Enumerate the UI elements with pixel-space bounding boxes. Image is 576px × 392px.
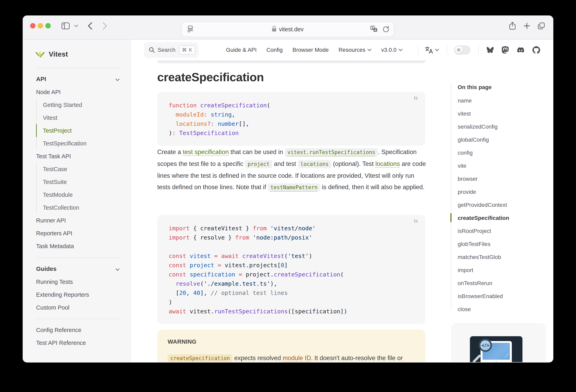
code-block-signature[interactable]: ts function createSpecification( moduleI… bbox=[157, 92, 425, 146]
back-icon[interactable] bbox=[85, 21, 95, 31]
sidebar-item-test-task-api[interactable]: Test Task API bbox=[23, 150, 131, 163]
toc-link-browser[interactable]: browser bbox=[458, 172, 542, 185]
code-line: locations?: number[], bbox=[169, 119, 416, 128]
nav-link-browser-mode[interactable]: Browser Mode bbox=[292, 47, 329, 53]
warning-callout: WARNING createSpecification expects reso… bbox=[157, 330, 425, 362]
search-input[interactable]: Search ⌘ K bbox=[144, 42, 199, 58]
toc-link-config[interactable]: config bbox=[458, 146, 542, 159]
url-bar[interactable]: vitest.dev bbox=[181, 22, 394, 37]
share-icon[interactable] bbox=[507, 21, 518, 31]
code-lang-label: ts bbox=[414, 95, 418, 101]
github-icon[interactable] bbox=[532, 46, 540, 54]
sidebar-item-custom-pool[interactable]: Custom Pool bbox=[23, 301, 131, 314]
sponsor-card[interactable]: </> bbox=[451, 323, 546, 362]
nav-link-v3-0-0[interactable]: v3.0.0 bbox=[381, 47, 403, 53]
tab-overview-icon[interactable] bbox=[536, 21, 547, 31]
window-minimize-button[interactable] bbox=[38, 23, 43, 29]
code-line: const vitest = await createVitest('test'… bbox=[169, 251, 416, 261]
divider bbox=[478, 45, 479, 55]
nav-link-config[interactable]: Config bbox=[266, 47, 283, 53]
sidebar-item-config-reference[interactable]: Config Reference bbox=[23, 324, 131, 336]
toc-link-createspecification[interactable]: createSpecification bbox=[458, 211, 542, 224]
toc-link-close[interactable]: close bbox=[458, 303, 542, 316]
discord-icon[interactable] bbox=[517, 47, 525, 53]
toc-link-getprovidedcontext[interactable]: getProvidedContext bbox=[458, 198, 542, 211]
bluesky-icon[interactable] bbox=[486, 47, 494, 53]
toc-link-isrootproject[interactable]: isRootProject bbox=[458, 224, 542, 238]
sidebar-item-reporters-api[interactable]: Reporters API bbox=[23, 227, 131, 240]
search-icon bbox=[149, 47, 155, 53]
sidebar-item-testcase[interactable]: TestCase bbox=[36, 163, 131, 176]
sidebar-item-extending-reporters[interactable]: Extending Reporters bbox=[23, 288, 131, 301]
sidebar-item-vitest[interactable]: Vitest bbox=[36, 111, 131, 124]
sidebar-section-guides[interactable]: Guides bbox=[23, 262, 131, 275]
toc-link-ontestsrerun[interactable]: onTestsRerun bbox=[458, 277, 542, 290]
logo-bolt bbox=[38, 50, 42, 58]
code-line: [20, 40], // optional test lines bbox=[169, 288, 416, 298]
toc-link-provide[interactable]: provide bbox=[458, 185, 542, 198]
inline-link[interactable]: module ID bbox=[283, 355, 311, 362]
code-line: function createSpecification( bbox=[169, 101, 416, 110]
code-line: ): TestSpecification bbox=[169, 128, 416, 138]
language-icon[interactable] bbox=[425, 46, 439, 54]
divider bbox=[447, 45, 447, 55]
sidebar-item-testproject[interactable]: TestProject bbox=[36, 124, 131, 137]
sidebar-item-testspecification[interactable]: TestSpecification bbox=[36, 137, 131, 150]
theme-toggle[interactable] bbox=[454, 46, 470, 54]
toc-link-import[interactable]: import bbox=[458, 264, 542, 277]
toc-link-vite[interactable]: vite bbox=[458, 159, 542, 172]
toc-title: On this page bbox=[458, 84, 492, 90]
new-tab-icon[interactable] bbox=[522, 21, 532, 31]
sidebar-item-task-metadata[interactable]: Task Metadata bbox=[23, 240, 131, 253]
inline-code: createSpecification bbox=[168, 354, 232, 362]
nav-link-guide-api[interactable]: Guide & API bbox=[226, 47, 257, 53]
toc-link-serializedconfig[interactable]: serializedConfig bbox=[458, 120, 542, 133]
chevron-down-icon bbox=[115, 265, 119, 272]
sidebar-item-test-api-reference[interactable]: Test API Reference bbox=[23, 336, 131, 349]
lock-icon bbox=[272, 26, 277, 33]
nav-link-resources[interactable]: Resources bbox=[339, 47, 372, 53]
top-nav: Search ⌘ K Guide & APIConfigBrowser Mode… bbox=[131, 39, 553, 60]
code-line: import { createVitest } from 'vitest/nod… bbox=[169, 224, 416, 233]
url-text: vitest.dev bbox=[279, 26, 304, 33]
nav-link-label: v3.0.0 bbox=[381, 47, 397, 53]
mastodon-icon[interactable] bbox=[502, 46, 509, 54]
code-line: const specification = project.createSpec… bbox=[169, 270, 416, 279]
sidebar-item-running-tests[interactable]: Running Tests bbox=[23, 275, 131, 288]
window-close-button[interactable] bbox=[30, 23, 35, 29]
toc-link-globalconfig[interactable]: globalConfig bbox=[458, 133, 542, 146]
code-line bbox=[169, 242, 416, 251]
toc-link-matchestestglob[interactable]: matchesTestGlob bbox=[458, 251, 542, 264]
magnifier-icon: </> bbox=[479, 339, 492, 352]
sidebar-item-node-api[interactable]: Node API bbox=[23, 86, 131, 98]
sidebar-item-testsuite[interactable]: TestSuite bbox=[36, 176, 131, 188]
reload-icon[interactable] bbox=[383, 26, 389, 33]
sidebar-item-testcollection[interactable]: TestCollection bbox=[36, 201, 131, 214]
code-line: resolve('./example.test.ts'), bbox=[169, 279, 416, 288]
inline-link[interactable]: locations bbox=[375, 160, 400, 167]
chevron-down-icon[interactable] bbox=[73, 21, 79, 31]
browser-toolbar: vitest.dev bbox=[23, 15, 553, 39]
sidebar-section-api[interactable]: API bbox=[23, 72, 131, 86]
translate-icon[interactable] bbox=[370, 26, 377, 33]
window-zoom-button[interactable] bbox=[45, 23, 51, 29]
toc-link-isbrowserenabled[interactable]: isBrowserEnabled bbox=[458, 290, 542, 303]
chevron-down-icon bbox=[115, 76, 119, 83]
sidebar-item-runner-api[interactable]: Runner API bbox=[23, 214, 131, 227]
forward-icon[interactable] bbox=[100, 21, 110, 31]
code-block-example[interactable]: ts import { createVitest } from 'vitest/… bbox=[157, 215, 425, 324]
vitest-logo[interactable]: Vitest bbox=[23, 46, 131, 63]
sidebar-item-testmodule[interactable]: TestModule bbox=[36, 188, 131, 201]
sidebar-item-getting-started[interactable]: Getting Started bbox=[36, 98, 131, 111]
magnifier-handle bbox=[472, 354, 481, 362]
nav-link-label: Config bbox=[266, 47, 283, 53]
inline-code-link[interactable]: testNamePattern bbox=[268, 183, 320, 191]
toc-link-name[interactable]: name bbox=[458, 94, 542, 107]
code-magnifier-illustration: </> bbox=[470, 336, 522, 362]
toc-link-globtestfiles[interactable]: globTestFiles bbox=[458, 238, 542, 251]
inline-link[interactable]: test specification bbox=[183, 149, 229, 155]
sidebar-toggle-icon[interactable] bbox=[60, 21, 71, 31]
inline-code-link[interactable]: vitest.runTestSpecifications bbox=[285, 148, 378, 156]
sidebar-section-label: API bbox=[36, 76, 46, 83]
toc-link-vitest[interactable]: vitest bbox=[458, 107, 542, 120]
